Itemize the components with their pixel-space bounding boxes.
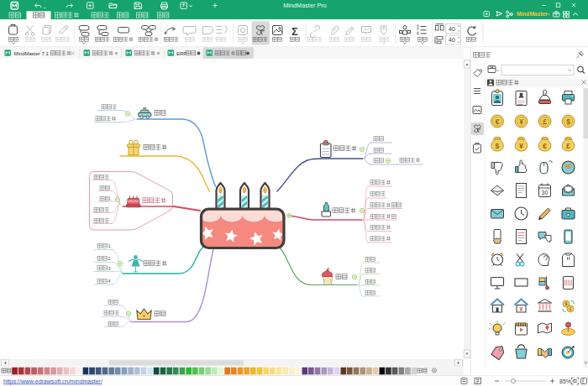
svg-text:1: 1: [108, 243, 111, 248]
svg-text:40: 40: [449, 37, 455, 43]
svg-text:85%: 85%: [559, 378, 571, 384]
svg-text:https://www.edrawsoft.cn/mindm: https://www.edrawsoft.cn/mindmaster/: [3, 378, 102, 385]
svg-text:£: £: [566, 142, 570, 150]
svg-text:¥: ¥: [520, 306, 523, 312]
svg-text:$: $: [566, 117, 570, 126]
svg-text:2: 2: [108, 256, 111, 261]
svg-text:ERP: ERP: [176, 51, 186, 56]
svg-text:£: £: [543, 117, 547, 126]
svg-text:¥: ¥: [519, 142, 523, 150]
svg-text:MindMaster: MindMaster: [517, 11, 548, 17]
svg-text:€: €: [496, 117, 500, 126]
svg-text:$: $: [496, 142, 500, 150]
svg-text:3: 3: [108, 266, 111, 271]
svg-text:Σ: Σ: [291, 25, 298, 38]
svg-text:¥: ¥: [519, 117, 523, 126]
svg-text:4: 4: [108, 279, 111, 284]
svg-text:€: €: [543, 142, 547, 150]
svg-text:30: 30: [542, 190, 549, 196]
svg-text:MindMaster 7.1: MindMaster 7.1: [14, 51, 50, 56]
svg-text:$: $: [564, 301, 567, 306]
svg-text:£: £: [569, 306, 571, 311]
svg-text:40: 40: [449, 26, 455, 32]
svg-text:MindMaster Pro: MindMaster Pro: [283, 2, 327, 9]
